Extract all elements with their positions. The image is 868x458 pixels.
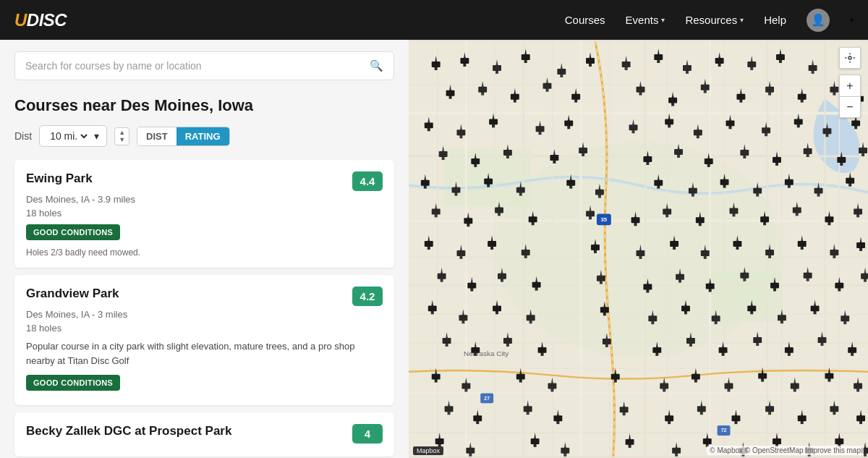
svg-rect-361 xyxy=(493,305,501,311)
course-card-ewing[interactable]: Ewing Park 4.4 Des Moines, IA - 3.9 mile… xyxy=(14,160,394,268)
svg-rect-283 xyxy=(488,241,496,247)
svg-rect-415 xyxy=(753,337,762,343)
search-box[interactable]: 🔍 xyxy=(14,51,394,80)
svg-rect-370 xyxy=(648,315,657,321)
svg-rect-58 xyxy=(622,62,631,67)
svg-rect-511 xyxy=(626,439,634,445)
svg-rect-49 xyxy=(522,54,530,60)
svg-rect-352 xyxy=(861,273,868,279)
main-nav: Courses Events ▾ Resources ▾ Help 👤 ▾ xyxy=(565,9,854,32)
svg-rect-142 xyxy=(694,130,702,135)
svg-rect-91 xyxy=(543,83,552,89)
svg-rect-130 xyxy=(536,126,545,132)
dist-dropdown[interactable]: 10 mi. xyxy=(47,130,90,143)
map-zoom-out-button[interactable]: − xyxy=(839,96,861,118)
filter-row: Dist 10 mi. ▾ ▲ ▼ DIST RATING xyxy=(14,125,394,147)
svg-rect-220 xyxy=(689,188,697,194)
svg-rect-388 xyxy=(841,315,849,321)
svg-rect-310 xyxy=(830,250,838,255)
svg-rect-166 xyxy=(503,150,512,156)
nav-courses[interactable]: Courses xyxy=(565,14,605,26)
svg-rect-331 xyxy=(643,284,652,290)
svg-rect-328 xyxy=(597,276,605,281)
svg-rect-490 xyxy=(798,415,807,421)
svg-rect-382 xyxy=(778,315,786,321)
svg-rect-481 xyxy=(697,406,706,412)
svg-rect-199 xyxy=(421,180,430,186)
svg-rect-298 xyxy=(701,250,710,256)
svg-rect-172 xyxy=(579,148,587,153)
header: UDISC Courses Events ▾ Resources ▾ Help … xyxy=(0,0,868,40)
svg-rect-469 xyxy=(524,406,532,412)
svg-rect-190 xyxy=(804,148,812,154)
svg-rect-271 xyxy=(825,216,833,222)
svg-rect-346 xyxy=(804,273,812,279)
svg-rect-292 xyxy=(637,250,645,256)
svg-rect-256 xyxy=(663,208,671,214)
avatar[interactable]: 👤 xyxy=(807,9,830,32)
svg-rect-121 xyxy=(425,122,433,128)
course-rating: 4 xyxy=(352,424,383,444)
svg-rect-454 xyxy=(791,383,799,389)
svg-rect-280 xyxy=(456,250,465,256)
conditions-note: Holes 2/3 badly need mowed. xyxy=(26,247,383,258)
svg-rect-322 xyxy=(498,273,506,279)
logo[interactable]: UDISC xyxy=(14,10,67,30)
dist-select[interactable]: 10 mi. ▾ xyxy=(39,125,107,147)
svg-rect-244 xyxy=(495,207,503,213)
svg-rect-421 xyxy=(818,337,827,343)
nav-resources[interactable]: Resources ▾ xyxy=(685,14,744,26)
left-panel: 🔍 Courses near Des Moines, Iowa Dist 10 … xyxy=(0,40,409,458)
svg-rect-262 xyxy=(730,208,739,213)
sort-buttons: DIST RATING xyxy=(137,127,230,146)
svg-rect-148 xyxy=(762,127,770,133)
sort-arrows[interactable]: ▲ ▼ xyxy=(114,127,129,145)
svg-rect-355 xyxy=(428,305,437,311)
mapbox-logo: Mapbox xyxy=(413,446,443,455)
svg-rect-316 xyxy=(438,273,446,279)
svg-rect-184 xyxy=(740,150,749,156)
svg-rect-337 xyxy=(706,284,715,289)
svg-text:Nebraska City: Nebraska City xyxy=(464,349,509,357)
map-zoom-controls: + − xyxy=(839,75,861,118)
svg-rect-325 xyxy=(532,282,541,288)
course-card-grandview[interactable]: Grandview Park 4.2 Des Moines, IA - 3 mi… xyxy=(14,275,394,405)
nav-help[interactable]: Help xyxy=(764,14,786,26)
svg-rect-400 xyxy=(538,347,547,353)
svg-rect-379 xyxy=(747,305,756,311)
svg-rect-505 xyxy=(531,438,540,444)
svg-rect-391 xyxy=(443,338,451,344)
svg-rect-514 xyxy=(672,448,681,454)
svg-rect-196 xyxy=(859,148,867,153)
svg-rect-145 xyxy=(726,120,735,126)
map-attribution[interactable]: © Mapbox © OpenStreetMap Improve this ma… xyxy=(707,446,864,455)
sort-dist-button[interactable]: DIST xyxy=(137,127,176,145)
svg-rect-247 xyxy=(529,216,537,222)
map-location-button[interactable] xyxy=(839,47,861,69)
svg-rect-517 xyxy=(703,438,712,444)
svg-rect-286 xyxy=(522,250,530,255)
svg-rect-373 xyxy=(681,305,690,311)
svg-rect-61 xyxy=(654,54,663,60)
svg-rect-181 xyxy=(705,158,713,164)
svg-rect-334 xyxy=(676,274,684,280)
svg-rect-364 xyxy=(527,315,535,321)
course-location: Des Moines, IA - 3.9 miles xyxy=(26,194,383,205)
svg-rect-106 xyxy=(736,94,745,100)
map-controls-group xyxy=(839,47,861,69)
course-name: Becky Zallek DGC at Prospect Park xyxy=(26,424,231,438)
search-input[interactable] xyxy=(25,60,370,72)
course-card-header: Grandview Park 4.2 xyxy=(26,287,383,306)
svg-rect-52 xyxy=(557,69,566,75)
svg-rect-259 xyxy=(696,217,705,223)
svg-rect-418 xyxy=(785,347,793,353)
nav-events[interactable]: Events ▾ xyxy=(626,14,665,26)
svg-rect-412 xyxy=(719,347,728,353)
map-zoom-in-button[interactable]: + xyxy=(839,75,861,96)
svg-rect-94 xyxy=(571,94,580,100)
sort-rating-button[interactable]: RATING xyxy=(176,127,229,145)
map-panel[interactable]: 35 27 72 Nebraska City xyxy=(409,40,868,458)
course-card-becky[interactable]: Becky Zallek DGC at Prospect Park 4 xyxy=(14,412,394,457)
svg-rect-448 xyxy=(725,383,733,389)
svg-rect-295 xyxy=(670,241,678,247)
